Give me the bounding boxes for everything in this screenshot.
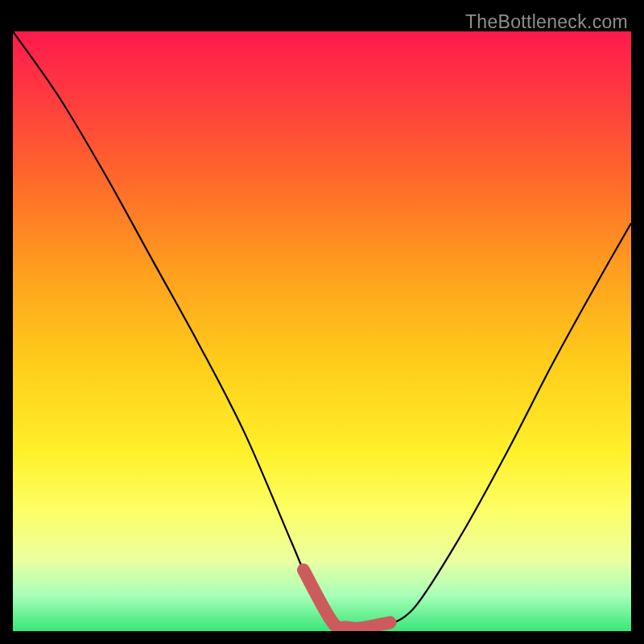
bottleneck-curve [13, 31, 631, 629]
plot-area [13, 31, 631, 631]
bottleneck-accent [303, 570, 390, 629]
watermark-text: TheBottleneck.com [465, 11, 628, 33]
curve-svg [13, 31, 631, 631]
